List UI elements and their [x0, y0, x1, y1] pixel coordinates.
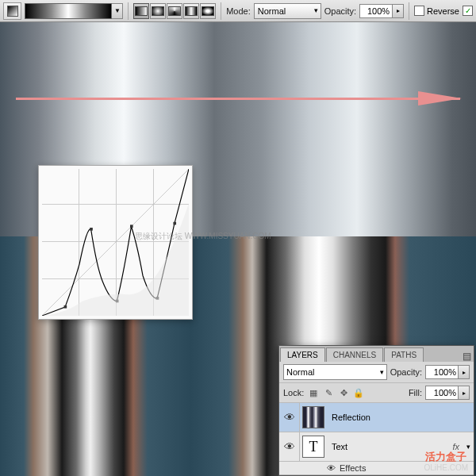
- dither-checkbox-wrap[interactable]: ✓: [463, 6, 473, 16]
- layer-thumbnail[interactable]: [302, 406, 324, 428]
- visibility-toggle[interactable]: 👁: [279, 432, 300, 461]
- opacity-label: Opacity:: [324, 6, 356, 16]
- tab-channels[interactable]: CHANNELS: [326, 347, 383, 362]
- gradient-type-group: [133, 3, 216, 19]
- opacity-input[interactable]: 100%: [359, 4, 393, 18]
- effects-label: Effects: [340, 463, 366, 473]
- tool-preset-picker[interactable]: [3, 2, 21, 20]
- svg-rect-1: [64, 305, 67, 309]
- gradient-picker[interactable]: [25, 3, 112, 19]
- watermark-url: OLiHE.COM: [424, 463, 468, 472]
- diamond-icon: [202, 6, 214, 16]
- lock-pixels-icon[interactable]: ✎: [322, 386, 335, 399]
- layer-opacity-flyout[interactable]: ▸: [459, 365, 470, 379]
- panel-tabs: LAYERS CHANNELS PATHS ▤: [279, 346, 474, 362]
- divider: [221, 2, 221, 20]
- opacity-flyout[interactable]: ▸: [393, 4, 404, 18]
- panel-menu-icon[interactable]: ▤: [463, 351, 474, 362]
- tab-layers[interactable]: LAYERS: [280, 347, 325, 362]
- gradient-diamond-button[interactable]: [200, 3, 216, 19]
- blend-opacity-row: Normal Opacity: 100% ▸: [279, 362, 474, 383]
- gradient-angle-button[interactable]: [167, 3, 182, 19]
- layer-opacity-label: Opacity:: [390, 367, 422, 377]
- fill-label: Fill:: [409, 388, 422, 397]
- svg-rect-6: [173, 222, 176, 225]
- layer-blend-select[interactable]: Normal: [283, 364, 387, 380]
- gradient-picker-dropdown[interactable]: ▼: [112, 3, 123, 19]
- radial-icon: [152, 6, 164, 16]
- watermark-center: 思缘设计论坛 WWW.MISSYUAN.COM: [135, 231, 271, 242]
- divider: [128, 2, 129, 20]
- linear-icon: [135, 6, 148, 16]
- fill-input[interactable]: 100%: [425, 386, 459, 400]
- dither-checkbox[interactable]: ✓: [463, 6, 473, 16]
- layer-name[interactable]: Reflection: [327, 413, 474, 422]
- gradient-linear-button[interactable]: [133, 3, 149, 19]
- options-toolbar: ▼ Mode: Normal Opacity: 100% ▸ Reverse ✓: [0, 0, 476, 22]
- watermark-red: 活力盒子: [425, 450, 466, 464]
- svg-rect-2: [90, 228, 93, 231]
- layer-opacity-input[interactable]: 100%: [425, 365, 459, 379]
- reverse-checkbox-wrap[interactable]: Reverse: [414, 6, 459, 16]
- tab-paths[interactable]: PATHS: [384, 347, 424, 362]
- divider: [409, 2, 409, 20]
- reverse-checkbox[interactable]: [414, 6, 424, 16]
- gradient-direction-arrow: [16, 98, 460, 100]
- lock-transparency-icon[interactable]: ▦: [307, 386, 320, 399]
- layer-thumbnail[interactable]: T: [302, 436, 324, 458]
- lock-position-icon[interactable]: ✥: [337, 386, 350, 399]
- reverse-label: Reverse: [427, 6, 459, 16]
- angle-icon: [168, 6, 181, 16]
- gradient-reflected-button[interactable]: [183, 3, 199, 19]
- blend-mode-value: Normal: [258, 6, 286, 16]
- mode-label: Mode:: [226, 6, 251, 16]
- gradient-tool-icon: [7, 6, 18, 17]
- fill-flyout[interactable]: ▸: [459, 386, 470, 400]
- lock-icons: ▦ ✎ ✥ 🔒: [307, 386, 365, 399]
- lock-all-icon[interactable]: 🔒: [352, 386, 365, 399]
- reflected-icon: [185, 6, 198, 16]
- lock-label: Lock:: [283, 388, 304, 397]
- layer-item-reflection[interactable]: 👁 Reflection: [279, 403, 474, 432]
- curves-panel[interactable]: [38, 165, 193, 320]
- lock-fill-row: Lock: ▦ ✎ ✥ 🔒 Fill: 100% ▸: [279, 383, 474, 403]
- svg-rect-4: [130, 225, 133, 228]
- curves-plot: [42, 169, 189, 316]
- eye-icon[interactable]: 👁: [327, 463, 336, 473]
- visibility-toggle[interactable]: 👁: [279, 403, 300, 432]
- blend-mode-select[interactable]: Normal: [254, 3, 321, 19]
- gradient-radial-button[interactable]: [150, 3, 166, 19]
